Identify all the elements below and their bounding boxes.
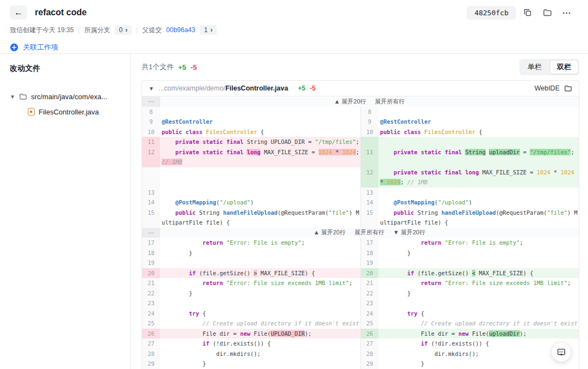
line-number-new: 19	[360, 258, 378, 268]
code-line-old	[160, 187, 360, 198]
line-number-old	[142, 167, 160, 178]
file-added-count: +5	[298, 84, 305, 92]
code-line-new: private static final long MAX_FILE_SIZE …	[378, 167, 579, 178]
diff-line-row: 2323	[142, 298, 579, 308]
added-count: +5	[178, 63, 186, 71]
code-line-new	[378, 137, 579, 147]
collapse-file-caret[interactable]: ▼	[149, 86, 154, 92]
code-line-new	[378, 258, 579, 268]
expand-dots-icon[interactable]: ⋯	[142, 96, 160, 107]
code-line-new: @RestController	[378, 117, 579, 127]
line-number-new	[360, 157, 378, 167]
expand-down-button[interactable]: ▼ 展开20行	[393, 228, 425, 237]
line-number-new: 27	[360, 338, 378, 349]
code-line-old: if (!dir.exists()) {	[160, 338, 360, 349]
line-number-new: 9	[360, 117, 378, 127]
diff-line-row: 1919	[142, 258, 579, 268]
parent-count-pill[interactable]: 1 ›	[200, 25, 217, 35]
diff-line-row: 25 // Create upload directory if it does…	[142, 318, 579, 329]
expand-all-button[interactable]: 展开所有行	[375, 98, 405, 106]
tree-file-row[interactable]: FilesController.java	[10, 104, 125, 119]
diff-line-row: 12 private static final long MAX_FILE_SI…	[142, 147, 579, 158]
removed-count: -5	[191, 63, 197, 71]
more-actions-button[interactable]: ⋯	[559, 5, 575, 20]
code-line-new: ultipartFile file) {	[378, 217, 579, 228]
sidebar-title: 改动文件	[10, 64, 125, 74]
code-line-old: File dir = new File(UPLOAD_DIR);	[160, 329, 360, 339]
file-path-prefix: ...com/example/demo/	[158, 84, 225, 92]
branch-count-pill[interactable]: 0 ›	[115, 25, 132, 35]
expand-all-button[interactable]: 展开所有行	[354, 228, 384, 237]
parent-count: 1	[204, 26, 208, 34]
expand-dots-icon[interactable]: ⋯	[142, 228, 160, 238]
line-number-old: 9	[142, 117, 160, 127]
ellipsis-icon: ⋯	[562, 8, 572, 18]
code-line-old: }	[160, 359, 360, 369]
line-number-new: 25	[360, 318, 378, 329]
layout-toggle: 单栏 双栏	[519, 59, 579, 75]
diff-line-row: 20 if (file.getSize() > MAX_FILE_SIZE) {…	[142, 268, 579, 279]
expand-row: ⋯▲ 展开20行展开所有行	[142, 96, 579, 107]
commit-hash-badge[interactable]: 48250fcb	[467, 6, 516, 20]
changed-files-sidebar: 改动文件 ▼ src/main/java/com/exa... FilesCon…	[0, 54, 131, 369]
chevron-right-icon: ›	[210, 26, 212, 34]
parent-commit-link[interactable]: 00b96a43	[166, 26, 195, 34]
plus-circle-icon	[10, 43, 19, 52]
diff-table: ⋯▲ 展开20行展开所有行889@RestController9@RestCon…	[142, 96, 579, 369]
single-column-toggle[interactable]: 单栏	[520, 60, 549, 74]
line-number-new: 18	[360, 248, 378, 258]
link-work-item-label: 关联工作项	[23, 43, 58, 52]
expand-up-button[interactable]: ▲ 展开20行	[314, 228, 346, 237]
webide-button[interactable]: WebIDE	[535, 84, 572, 92]
line-number-old: 13	[142, 187, 160, 198]
copy-button[interactable]	[519, 5, 536, 20]
expand-row: ⋯▲ 展开20行展开所有行▼ 展开20行	[142, 228, 579, 238]
file-path-name: FilesController.java	[225, 84, 288, 92]
code-line-old: public String handleFileUpload(@RequestP…	[160, 208, 360, 218]
browse-files-button[interactable]	[539, 5, 555, 20]
link-work-item-button[interactable]: 关联工作项	[10, 43, 58, 52]
line-number-new: 15	[360, 208, 378, 218]
back-button[interactable]: ←	[10, 5, 27, 20]
folder-path-label: src/main/java/com/exa...	[31, 93, 107, 101]
diff-line-row: 22 }22 }	[142, 288, 579, 299]
diff-line-row: 1313	[142, 187, 579, 198]
line-number-old	[142, 217, 160, 228]
caret-down-icon: ▼	[10, 94, 15, 100]
diff-line-row: ultipartFile file) {ultipartFile file) {	[142, 217, 579, 228]
code-line-old	[160, 298, 360, 308]
line-number-new: 26	[360, 329, 378, 339]
code-line-old: // Create upload directory if it doesn't…	[160, 318, 360, 329]
created-text: 致信创建于今天 19:35	[10, 26, 74, 35]
code-line-new: return "Error: File is empty";	[378, 238, 579, 248]
file-removed-count: -5	[310, 84, 316, 92]
code-line-new: dir.mkdirs();	[378, 349, 579, 359]
code-line-new: }	[378, 288, 579, 299]
diff-line-row: 21 return "Error: File size exceeds 1MB …	[142, 278, 579, 288]
code-line-old: // 1MB	[160, 157, 360, 167]
expand-links: ▲ 展开20行展开所有行	[160, 96, 579, 107]
page-header: ← refacot code 48250fcb	[0, 0, 588, 54]
diff-line-row: 18 }18 }	[142, 248, 579, 258]
page-title: refacot code	[35, 8, 87, 17]
line-number-old: 14	[142, 197, 160, 208]
code-line-new: // Create upload directory if it doesn't…	[378, 318, 579, 329]
line-number-new: 20	[360, 268, 378, 279]
expand-up-button[interactable]: ▲ 展开20行	[334, 98, 366, 106]
tree-folder-row[interactable]: ▼ src/main/java/com/exa...	[10, 89, 125, 104]
diff-line-row: 17 return "Error: File is empty";17 retu…	[142, 238, 579, 248]
copy-icon	[523, 8, 532, 17]
line-number-old	[142, 177, 160, 187]
code-line-new: File dir = new File(uploadDir);	[378, 329, 579, 339]
code-line-new	[378, 157, 579, 167]
line-number-new: 12	[360, 167, 378, 178]
feedback-comment-icon	[556, 347, 566, 357]
diff-line-row: * 1024; // 1MB	[142, 177, 579, 187]
line-number-old: 15	[142, 208, 160, 218]
line-number-old: 28	[142, 349, 160, 359]
double-column-toggle[interactable]: 双栏	[550, 60, 578, 74]
diff-line-row: 15 public String handleFileUpload(@Reque…	[142, 208, 579, 218]
code-line-new	[378, 298, 579, 308]
add-comment-fab[interactable]	[552, 342, 571, 362]
line-number-new: 22	[360, 288, 378, 299]
